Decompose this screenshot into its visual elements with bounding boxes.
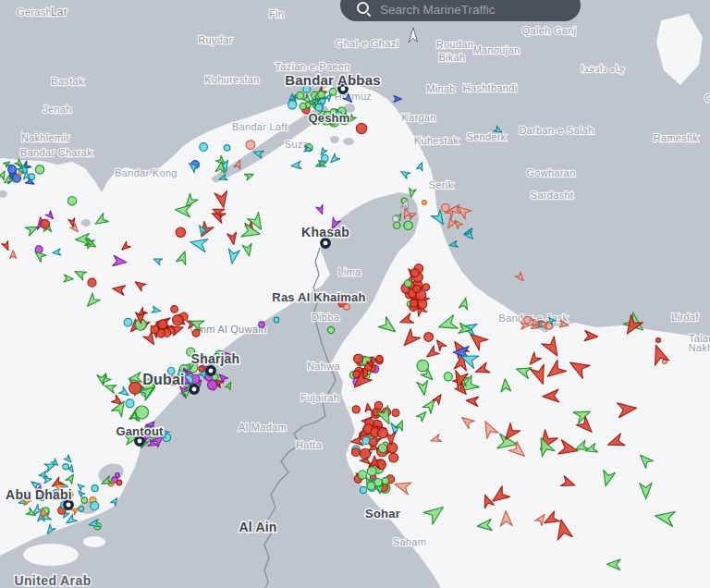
vessel-marker[interactable]: [352, 406, 360, 413]
port-icon[interactable]: [65, 501, 72, 508]
vessel-marker[interactable]: [344, 304, 349, 310]
port-icon[interactable]: [190, 386, 198, 393]
vessel-marker[interactable]: [192, 329, 200, 337]
vessel-marker[interactable]: [444, 373, 452, 381]
town-label: Umm Al Quwain: [190, 324, 267, 335]
vessel-marker[interactable]: [81, 497, 88, 504]
vessel-marker[interactable]: [116, 480, 122, 485]
vessel-marker[interactable]: [151, 325, 159, 334]
vessel-marker[interactable]: [88, 278, 96, 287]
port-icon[interactable]: [136, 437, 143, 445]
city-label: Sharjah: [191, 351, 240, 366]
vessel-marker[interactable]: [92, 485, 98, 492]
vessel-marker[interactable]: [524, 316, 532, 324]
vessel-marker[interactable]: [297, 92, 304, 99]
city-label: Al Ain: [239, 520, 276, 534]
town-label: Lima: [337, 266, 361, 277]
vessel-marker[interactable]: [173, 315, 183, 325]
vessel-marker[interactable]: [393, 215, 399, 222]
vessel-marker[interactable]: [376, 355, 384, 362]
vessel-marker[interactable]: [417, 360, 429, 372]
vessel-marker[interactable]: [129, 382, 141, 394]
town-label: Qaleh Ganj: [522, 25, 577, 36]
vessel-marker[interactable]: [176, 227, 185, 237]
vessel-marker[interactable]: [362, 437, 370, 445]
search-bar[interactable]: [340, 0, 581, 21]
vessel-marker[interactable]: [382, 477, 388, 484]
vessel-marker[interactable]: [327, 326, 334, 333]
town-label: Minab: [426, 83, 455, 94]
town-label: Jenah: [43, 104, 71, 115]
vessel-marker[interactable]: [404, 221, 412, 229]
vessel-marker[interactable]: [200, 143, 208, 152]
vessel-marker[interactable]: [378, 444, 387, 453]
vessel-marker[interactable]: [656, 338, 661, 343]
vessel-marker[interactable]: [410, 300, 418, 307]
vessel-marker[interactable]: [124, 318, 132, 326]
vessel-marker[interactable]: [158, 320, 167, 329]
vessel-marker[interactable]: [377, 428, 387, 438]
vessel-marker[interactable]: [352, 448, 361, 457]
vessel-marker[interactable]: [136, 406, 149, 419]
vessel-marker[interactable]: [394, 222, 400, 228]
island-larak: [343, 138, 354, 145]
vessel-marker[interactable]: [41, 219, 50, 228]
island-hengam: [330, 136, 339, 143]
vessel-marker[interactable]: [318, 91, 325, 98]
vessel-marker[interactable]: [208, 380, 217, 389]
vessel-marker[interactable]: [274, 317, 279, 323]
vessel-marker[interactable]: [315, 104, 323, 111]
vessel-marker[interactable]: [126, 399, 134, 408]
town-label: Ghal-e Ghazi: [336, 38, 398, 49]
vessel-marker[interactable]: [35, 165, 43, 174]
vessel-marker[interactable]: [320, 99, 325, 104]
marinetraffic-map-viewport[interactable]: GerashLarFinRuydarGhal-e GhaziQaleh Ganj…: [0, 0, 710, 588]
vessel-marker[interactable]: [67, 197, 76, 205]
vessel-marker[interactable]: [374, 478, 383, 486]
search-input[interactable]: [380, 3, 565, 17]
vessel-marker[interactable]: [360, 486, 366, 493]
town-label: Cheh: [704, 92, 710, 104]
vessel-marker[interactable]: [246, 141, 255, 150]
vessel-marker[interactable]: [424, 333, 434, 342]
vessel-marker[interactable]: [358, 471, 366, 479]
town-label: Kuhestak: [414, 135, 459, 146]
vessel-marker[interactable]: [322, 154, 329, 162]
vessel-marker[interactable]: [171, 306, 178, 313]
vessel-marker[interactable]: [374, 401, 382, 409]
vessel-marker[interactable]: [300, 103, 306, 109]
vessel-marker[interactable]: [392, 410, 399, 417]
vessel-marker[interactable]: [422, 201, 427, 205]
vessel-marker[interactable]: [360, 448, 370, 459]
vessel-marker[interactable]: [422, 284, 430, 291]
vessel-marker[interactable]: [91, 502, 99, 510]
vessel-marker[interactable]: [356, 123, 366, 133]
vessel-marker[interactable]: [404, 280, 411, 288]
city-label: Abu Dhabi: [6, 487, 72, 502]
city-label: Khasab: [301, 225, 349, 239]
vessel-marker[interactable]: [442, 203, 449, 211]
town-label: Bastak: [51, 76, 84, 87]
town-label: Saham: [393, 536, 426, 547]
port-icon[interactable]: [322, 239, 329, 247]
town-label: Bandar Kong: [115, 167, 178, 178]
city-label: Gantout: [116, 424, 164, 438]
vessel-marker[interactable]: [259, 322, 264, 327]
map-canvas[interactable]: GerashLarFinRuydarGhal-e GhaziQaleh Ganj…: [0, 0, 710, 588]
vessel-marker[interactable]: [354, 354, 363, 363]
town-label: Bikah: [438, 52, 465, 63]
vessel-marker[interactable]: [389, 453, 398, 462]
city-label: Sohar: [365, 507, 400, 521]
port-icon[interactable]: [207, 367, 214, 374]
vessel-marker[interactable]: [63, 464, 68, 470]
vessel-marker[interactable]: [8, 165, 17, 174]
vessel-marker[interactable]: [369, 438, 377, 447]
vessel-marker[interactable]: [224, 145, 230, 152]
vessel-marker[interactable]: [367, 467, 376, 476]
town-label: Bandar Charak: [20, 147, 92, 158]
town-label: Kohurestan: [204, 74, 259, 85]
island-abu-musa: [81, 219, 91, 227]
vessel-marker[interactable]: [116, 473, 120, 478]
vessel-marker[interactable]: [79, 507, 84, 512]
town-label: Manoujan: [473, 44, 520, 55]
